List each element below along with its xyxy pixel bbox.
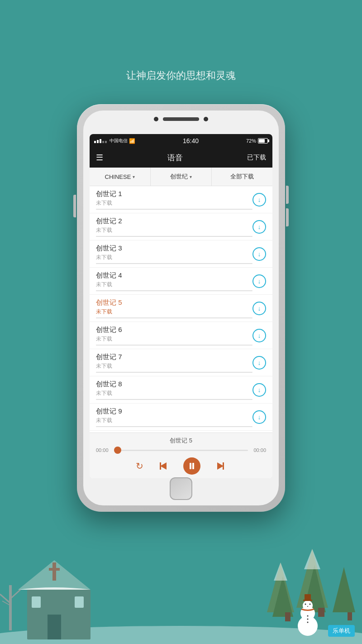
track-title: 创世记 7 [96,353,252,361]
track-title-active: 创世记 5 [96,298,252,307]
track-progress-bar [96,426,252,427]
player-bar: 创世记 5 00:00 00:00 ↻ [90,433,272,478]
download-button[interactable]: ↓ [252,302,266,315]
repeat-icon[interactable]: ↻ [136,461,143,471]
svg-marker-33 [160,462,167,470]
battery-percent: 72% [246,138,256,144]
player-progress-bar[interactable] [114,450,248,451]
sensor [204,117,208,121]
status-bar: 中国电信 📶 16:40 72% [90,134,272,148]
list-item[interactable]: 创世记 9 未下载 ↓ [90,404,272,431]
list-item[interactable]: 创世记 1 未下载 ↓ [90,186,272,213]
list-item[interactable]: 创世记 4 未下载 ↓ [90,268,272,295]
track-status: 未下载 [96,281,252,288]
svg-marker-37 [217,462,224,470]
track-progress-bar [96,345,252,346]
svg-rect-34 [160,462,161,470]
language-label: CHINESE [105,173,131,180]
book-arrow-icon: ▾ [190,174,192,179]
track-info: 创世记 1 未下载 [96,190,252,210]
list-item[interactable]: 创世记 7 未下载 ↓ [90,349,272,376]
list-item[interactable]: 创世记 3 未下载 ↓ [90,240,272,268]
track-info: 创世记 8 未下载 [96,380,252,400]
track-progress-bar [96,399,252,400]
book-label: 创世纪 [170,173,188,181]
track-status: 未下载 [96,254,252,261]
book-filter[interactable]: 创世纪 ▾ [151,168,212,186]
track-progress-bar [96,236,252,237]
player-progress-row: 00:00 00:00 [96,447,266,453]
track-progress-bar [96,317,252,318]
track-progress-bar [96,290,252,291]
status-time: 16:40 [183,137,199,144]
track-status: 未下载 [96,362,252,370]
language-filter[interactable]: CHINESE ▾ [90,168,151,186]
battery-icon [258,138,268,144]
list-item[interactable]: 创世记 8 未下载 ↓ [90,376,272,404]
track-info: 创世记 3 未下载 [96,244,252,264]
download-button[interactable]: ↓ [252,193,266,207]
track-info: 创世记 5 未下载 [96,298,252,318]
app-bar-title: 语音 [167,153,183,163]
download-button[interactable]: ↓ [252,329,266,342]
track-status: 未下载 [96,199,252,207]
home-button[interactable] [170,477,192,500]
track-info: 创世记 4 未下载 [96,271,252,291]
track-status: 未下载 [96,417,252,424]
list-item[interactable]: 创世记 5 未下载 ↓ [90,295,272,322]
track-info: 创世记 9 未下载 [96,407,252,427]
wifi-icon: 📶 [129,138,135,144]
next-button[interactable] [214,460,227,472]
download-button[interactable]: ↓ [252,356,266,370]
track-title: 创世记 8 [96,380,252,389]
track-list: 创世记 1 未下载 ↓ 创世记 2 未下载 ↓ [90,186,272,433]
download-button[interactable]: ↓ [252,383,266,397]
track-progress-bar [96,263,252,264]
downloaded-action[interactable]: 已下载 [247,154,266,162]
download-button[interactable]: ↓ [252,247,266,261]
download-button[interactable]: ↓ [252,410,266,424]
svg-rect-38 [223,462,224,470]
track-title: 创世记 6 [96,326,252,334]
track-progress-bar [96,209,252,210]
track-progress-bar [96,372,252,373]
track-status: 未下载 [96,389,252,397]
svg-rect-36 [192,463,194,469]
watermark: 乐单机 [328,625,355,637]
track-status: 未下载 [96,226,252,234]
track-title: 创世记 1 [96,190,252,198]
list-item[interactable]: 创世记 6 未下载 ↓ [90,322,272,349]
language-arrow-icon: ▾ [133,174,135,179]
download-all-filter[interactable]: 全部下载 [212,168,272,186]
app-bar: ☰ 语音 已下载 [90,148,272,168]
download-button[interactable]: ↓ [252,274,266,288]
player-thumb[interactable] [114,447,121,454]
track-info: 创世记 7 未下载 [96,353,252,373]
front-camera [154,117,158,121]
svg-rect-35 [190,463,191,469]
track-title: 创世记 4 [96,271,252,280]
phone-device: 中国电信 📶 16:40 72% ☰ 语音 已下载 [77,104,285,512]
track-info: 创世记 2 未下载 [96,217,252,237]
prev-button[interactable] [157,460,170,472]
app-subtitle: 让神启发你的思想和灵魂 [0,69,362,82]
earpiece-speaker [163,117,199,121]
list-item[interactable]: 创世记 2 未下载 ↓ [90,213,272,240]
track-status-active: 未下载 [96,308,252,316]
menu-icon[interactable]: ☰ [96,153,103,163]
status-right: 72% [246,138,268,144]
phone-top-bar [136,117,226,121]
track-status: 未下载 [96,335,252,343]
filter-bar: CHINESE ▾ 创世纪 ▾ 全部下载 [90,168,272,186]
player-time-current: 00:00 [96,447,110,453]
player-controls: ↻ [96,457,266,475]
pause-button[interactable] [183,457,200,475]
download-button[interactable]: ↓ [252,220,266,234]
player-time-total: 00:00 [252,447,266,453]
track-title: 创世记 3 [96,244,252,253]
carrier-name: 中国电信 [110,138,128,144]
track-info: 创世记 6 未下载 [96,326,252,346]
player-track-name: 创世记 5 [96,437,266,445]
track-title: 创世记 2 [96,217,252,226]
phone-screen: 中国电信 📶 16:40 72% ☰ 语音 已下载 [90,134,272,478]
